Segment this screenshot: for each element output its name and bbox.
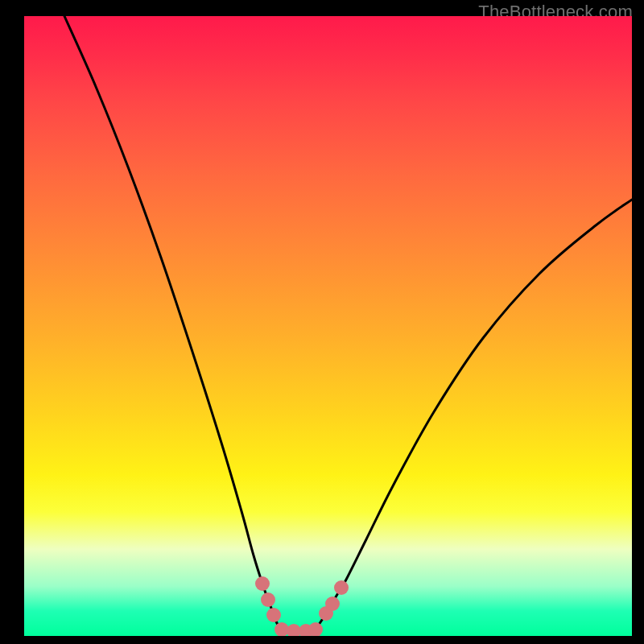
- bottleneck-curve: [64, 16, 632, 632]
- marker-group: [255, 576, 349, 636]
- curve-svg: [24, 16, 632, 636]
- curve-group: [64, 16, 632, 632]
- chart-frame: TheBottleneck.com: [0, 0, 644, 644]
- data-point: [266, 608, 281, 622]
- data-point: [325, 597, 340, 611]
- plot-area: [24, 16, 632, 636]
- data-point: [308, 622, 323, 636]
- data-point: [261, 592, 275, 607]
- data-point: [334, 580, 349, 595]
- data-point: [255, 576, 270, 591]
